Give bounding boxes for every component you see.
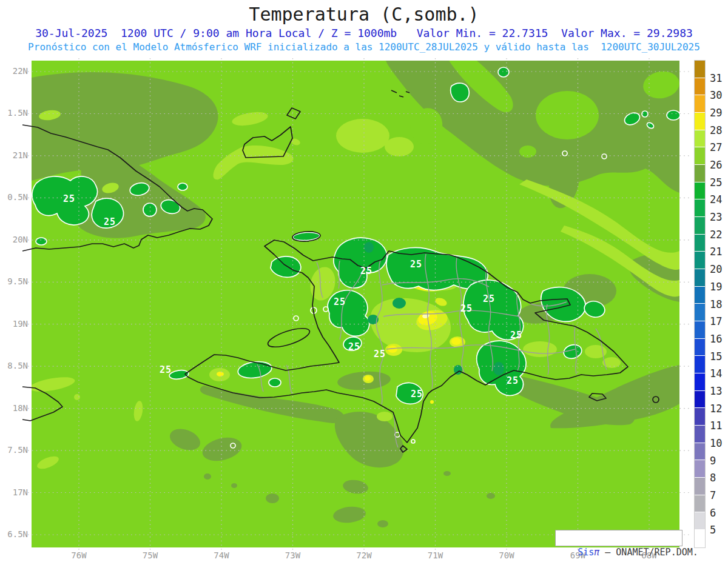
lon-tick-label: 70W [499, 550, 514, 560]
contour-label-25: 25 [411, 389, 423, 400]
colorbar-tick-label: 5 [710, 524, 716, 536]
lat-tick-label: 1.5N [0, 108, 28, 118]
lat-tick-label: 18N [0, 403, 28, 413]
lat-tick-label: 9.5N [0, 276, 28, 286]
colorbar-cell [695, 199, 705, 217]
colorbar-tick-label: 24 [710, 193, 722, 206]
temperature-shaded-map [0, 0, 728, 562]
colorbar-cell [695, 373, 705, 391]
colorbar-tick-label: 26 [710, 159, 722, 171]
colorbar-tick-label: 25 [710, 176, 722, 189]
temperature-colorbar [695, 61, 705, 547]
colorbar-tick-label: 27 [710, 141, 722, 153]
colorbar-cell [695, 391, 705, 409]
colorbar-cell [695, 356, 705, 373]
colorbar-cell [695, 460, 705, 478]
colorbar-tick-label: 28 [710, 124, 722, 136]
lat-tick-label: 0.5N [0, 192, 28, 202]
lon-tick-label: 76W [71, 550, 86, 560]
contour-label-25: 25 [160, 364, 172, 375]
colorbar-tick-label: 10 [710, 437, 722, 449]
lat-tick-label: 22N [0, 66, 28, 76]
contour-label-25: 25 [348, 341, 360, 352]
colorbar-tick-label: 11 [710, 420, 722, 432]
colorbar-cell [695, 147, 705, 165]
colorbar-tick-label: 18 [710, 298, 722, 310]
colorbar-tick-label: 21 [710, 246, 722, 258]
contour-label-25: 25 [334, 296, 346, 307]
lon-tick-label: 73W [285, 550, 300, 560]
colorbar-tick-label: 13 [710, 385, 722, 397]
lon-tick-label: 71W [428, 550, 443, 560]
colorbar-tick-label: 29 [710, 107, 722, 119]
colorbar-cell [695, 165, 705, 182]
contour-label-25: 25 [374, 349, 386, 360]
watermark-agency: – ONAMET/REP.DOM. [599, 547, 698, 558]
contour-label-25: 25 [460, 303, 473, 314]
colorbar-cell [695, 235, 705, 252]
colorbar-cell [695, 321, 705, 339]
colorbar-cell [695, 478, 705, 495]
colorbar-cell [695, 78, 705, 96]
colorbar-cell [695, 304, 705, 321]
colorbar-tick-label: 31 [710, 72, 722, 84]
colorbar-tick-label: 17 [710, 315, 722, 327]
colorbar-cell [695, 408, 705, 426]
colorbar-cell [695, 182, 705, 200]
lon-tick-label: 72W [356, 550, 371, 560]
wrf-temperature-forecast-map: Temperatura (C,somb.) 30-Jul-2025 1200 U… [0, 0, 728, 562]
colorbar-tick-label: 19 [710, 281, 722, 293]
contour-label-25: 25 [104, 216, 116, 227]
colorbar-tick-label: 30 [710, 89, 722, 101]
colorbar-tick-label: 23 [710, 211, 722, 223]
colorbar-tick-label: 8 [710, 472, 716, 484]
colorbar-tick-label: 14 [710, 367, 722, 380]
colorbar-cell [695, 495, 705, 513]
sispi-onamet-watermark: Sisπ – ONAMET/REP.DOM. [555, 530, 682, 546]
lon-tick-label: 74W [214, 550, 229, 560]
colorbar-cell [695, 95, 705, 113]
colorbar-tick-label: 15 [710, 350, 722, 363]
lat-tick-label: 21N [0, 150, 28, 160]
contour-label-25: 25 [510, 330, 522, 341]
lon-tick-label: 75W [143, 550, 158, 560]
colorbar-tick-label: 16 [710, 333, 722, 345]
lat-tick-label: 20N [0, 235, 28, 244]
contour-label-25: 25 [410, 259, 422, 270]
colorbar-tick-label: 7 [710, 489, 716, 501]
colorbar-tick-label: 9 [710, 455, 716, 467]
watermark-pi-symbol: π [594, 547, 599, 558]
colorbar-cell [695, 512, 705, 530]
colorbar-cell [695, 252, 705, 269]
colorbar-tick-label: 20 [710, 263, 722, 275]
lat-tick-label: 19N [0, 319, 28, 329]
colorbar-cell [695, 61, 705, 78]
watermark-sis: Sis [578, 547, 594, 558]
lat-tick-label: 6.5N [0, 529, 28, 539]
lat-tick-label: 8.5N [0, 361, 28, 370]
colorbar-cell [695, 217, 705, 235]
colorbar-cell [695, 269, 705, 287]
colorbar-tick-label: 22 [710, 229, 722, 241]
colorbar-cell [695, 339, 705, 356]
colorbar-cell [695, 130, 705, 148]
colorbar-cell [695, 426, 705, 443]
lat-tick-label: 7.5N [0, 445, 28, 455]
colorbar-cell [695, 530, 705, 547]
colorbar-tick-label: 12 [710, 403, 722, 415]
colorbar-cell [695, 443, 705, 461]
contour-label-25: 25 [483, 293, 495, 304]
colorbar-tick-label: 6 [710, 507, 716, 519]
contour-label-25: 25 [63, 193, 75, 204]
colorbar-cell [695, 113, 705, 130]
colorbar-cell [695, 287, 705, 304]
contour-label-25: 25 [507, 375, 519, 386]
lat-tick-label: 17N [0, 487, 28, 497]
contour-label-25: 25 [360, 266, 372, 276]
